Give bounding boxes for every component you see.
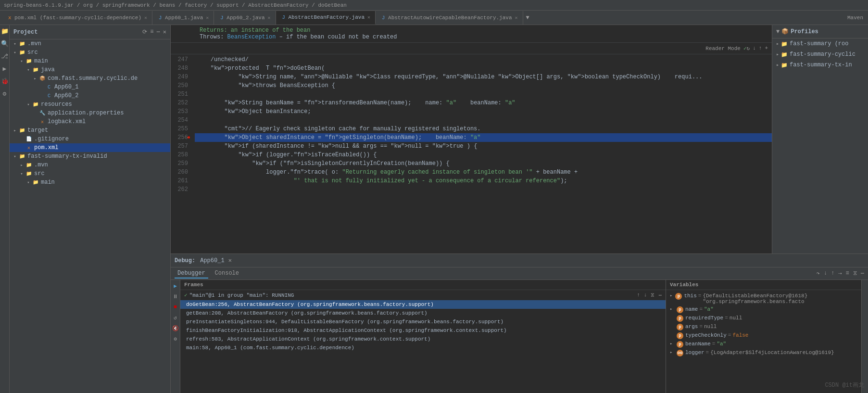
upload-icon[interactable]: ↑ (759, 45, 762, 51)
close-debug-button[interactable]: ✕ (228, 257, 232, 264)
tree-item-com.fast.summary.cyclic.de[interactable]: ▸📦com.fast.summary.cyclic.de (10, 74, 170, 83)
tree-item-pom.xml[interactable]: 𝗑pom.xml (10, 143, 170, 152)
more-icon[interactable]: ⋯ (157, 28, 160, 36)
frame-item[interactable]: main:58, App60_1 (com.fast.summary.cycli… (180, 343, 666, 352)
profile-item[interactable]: ▸📁fast-summary (roo (772, 38, 868, 49)
code-line[interactable]: "kw">String name, "ann">@Nullable "kw">C… (195, 73, 772, 81)
search-icon[interactable]: 🔍 (0, 39, 9, 48)
code-content[interactable]: /unchecked/ "kw">protected T "fn">doGetB… (195, 54, 772, 254)
code-line[interactable]: "kw">if ("fn">isSingletonCurrentlyInCrea… (195, 159, 772, 168)
mute-icon[interactable]: 🔇 (172, 324, 179, 332)
tree-item-src[interactable]: ▾📁src (10, 169, 170, 178)
frame-item[interactable]: finishBeanFactoryInitialization:918, Abs… (180, 326, 666, 335)
download-icon[interactable]: ↓ (753, 45, 756, 51)
tab-abstractbeanfactory[interactable]: JAbstractBeanFactory.java✕ (276, 11, 376, 25)
tree-item-java[interactable]: ▾📁java (10, 65, 170, 74)
tab-close-btn[interactable]: ✕ (367, 14, 370, 20)
code-line[interactable]: "kw">protected T "fn">doGetBean( (195, 64, 772, 73)
frame-item[interactable]: doGetBean:256, AbstractBeanFactory (org.… (180, 300, 666, 309)
variable-item[interactable]: ▸pname = "a" (666, 305, 861, 314)
code-line[interactable]: "kw">throws BeansException { (195, 81, 772, 90)
tree-item-target[interactable]: ▸📁target (10, 126, 170, 135)
code-line[interactable] (195, 185, 772, 194)
code-line[interactable]: "kw">String beanName = "fn">transformedB… (195, 99, 772, 107)
tree-item-.mvn[interactable]: ▸📁.mvn (10, 161, 170, 169)
tab-abstractautowire[interactable]: JAbstractAutowireCapableBeanFactory.java… (376, 11, 523, 25)
frame-item[interactable]: preInstantiateSingletons:944, DefaultLis… (180, 317, 666, 326)
resume-icon[interactable]: ▶ (172, 282, 179, 290)
tab-overflow-button[interactable]: ▼ (523, 14, 532, 21)
refresh-icon[interactable]: ↻ (747, 45, 750, 51)
frame-item[interactable]: getBean:208, AbstractBeanFactory (org.sp… (180, 309, 666, 317)
code-line[interactable]: "kw">if (sharedInstance != "kw">null && … (195, 142, 772, 151)
step-over-icon[interactable]: ↷ (817, 270, 820, 277)
tree-item-src[interactable]: ▾📁src (10, 48, 170, 57)
variable-item[interactable]: ▸oologger = {LogAdapter$Slf4jLocationAwa… (666, 349, 861, 357)
tree-item-application.properties[interactable]: 🔧application.properties (10, 109, 170, 117)
code-line[interactable]: logger."fn">trace( o: "Returning eagerly… (195, 168, 772, 177)
collapse-icon[interactable]: ≡ (150, 28, 153, 36)
git-icon[interactable]: ⎇ (0, 52, 9, 61)
profile-item[interactable]: ▸📁fast-summary-cyclic (772, 49, 868, 60)
step-into-icon[interactable]: ↓ (824, 270, 827, 277)
code-container[interactable]: 2472482492502512522532542552562572582592… (171, 54, 772, 254)
run-icon[interactable]: ▶ (0, 64, 9, 73)
tree-item-resources[interactable]: ▾📁resources (10, 100, 170, 109)
debugger-tab-console[interactable]: Console (212, 269, 242, 279)
step-out-icon[interactable]: ↑ (831, 270, 834, 277)
tab-close-btn[interactable]: ✕ (144, 15, 147, 21)
variable-item[interactable]: ▸pthis = {DefaultListableBeanFactory@161… (666, 292, 861, 305)
debug-icon[interactable]: 🐞 (0, 77, 9, 86)
variable-item[interactable]: ptypeCheckOnly = false (666, 331, 861, 340)
run-cursor-icon[interactable]: ⇢ (838, 270, 842, 277)
up-arrow-icon[interactable]: ↑ (637, 292, 640, 298)
frame-item[interactable]: refresh:583, AbstractApplicationContext … (180, 335, 666, 343)
pause-icon[interactable]: ⏸ (172, 292, 179, 300)
add-icon[interactable]: + (765, 45, 768, 51)
code-line[interactable] (195, 90, 772, 99)
code-line[interactable]: /unchecked/ (195, 55, 772, 64)
tab-close-btn[interactable]: ✕ (268, 15, 271, 21)
tab-app60_2[interactable]: JApp60_2.java✕ (214, 11, 276, 25)
var-equals: = (712, 341, 716, 347)
project-icon[interactable]: 📁 (0, 27, 9, 36)
profiles-chevron[interactable]: ▼ (776, 28, 780, 35)
tree-item-logback.xml[interactable]: 𝗑logback.xml (10, 117, 170, 126)
code-line[interactable]: "kw">Object beanInstance; (195, 107, 772, 116)
tree-item-.mvn[interactable]: ▾📁.mvn (10, 39, 170, 48)
tree-item-fast-summary-tx-invalid[interactable]: ▾📁fast-summary-tx-invalid (10, 152, 170, 161)
tree-item-App60_2[interactable]: CApp60_2 (10, 91, 170, 100)
settings-debug-icon[interactable]: ⚙ (172, 335, 179, 342)
tab-close-btn[interactable]: ✕ (515, 15, 518, 21)
more-frames-icon[interactable]: ⋯ (658, 292, 662, 298)
profile-item[interactable]: ▸📁fast-summary-tx-in (772, 60, 868, 70)
down-arrow-icon[interactable]: ↓ (644, 292, 647, 298)
tree-label: java (41, 66, 55, 73)
variable-item[interactable]: pargs = null (666, 323, 861, 331)
tree-item-.gitignore[interactable]: 📄.gitignore (10, 135, 170, 143)
settings-icon[interactable]: ⚙ (0, 89, 9, 98)
tab-pom[interactable]: 𝗑pom.xml (fast-summary-cyclic-dependence… (2, 11, 152, 25)
tree-item-main[interactable]: ▾📁main (10, 178, 170, 187)
more-debug-icon[interactable]: ⋯ (861, 270, 864, 277)
code-line[interactable]: ●→ "kw">Object sharedInstance = "fn">get… (195, 133, 772, 142)
sync-icon[interactable]: ⟳ (142, 28, 147, 36)
code-line[interactable] (195, 116, 772, 125)
stop-icon[interactable]: ■ (172, 303, 179, 311)
filter-icon[interactable]: ⧖ (853, 270, 857, 277)
restart-icon[interactable]: ↺ (172, 314, 179, 321)
tree-item-App60_1[interactable]: CApp60_1 (10, 83, 170, 91)
evaluate-icon[interactable]: ≡ (846, 270, 849, 277)
tab-app60_1[interactable]: JApp60_1.java✕ (152, 11, 214, 25)
thread-item[interactable]: ✓ "main"@1 in group "main": RUNNING ↑ ↓ … (180, 290, 666, 300)
close-panel-icon[interactable]: ✕ (163, 28, 166, 36)
code-line[interactable]: "kw">if (logger."fn">isTraceEnabled()) { (195, 151, 772, 159)
filter-frames-icon[interactable]: ⧖ (651, 292, 654, 298)
debugger-tab-debugger[interactable]: Debugger (175, 269, 208, 279)
variable-item[interactable]: prequiredType = null (666, 314, 861, 323)
code-line[interactable]: "cmt">// Eagerly check singleton cache f… (195, 125, 772, 133)
tree-item-main[interactable]: ▾📁main (10, 57, 170, 65)
tab-close-btn[interactable]: ✕ (206, 15, 209, 21)
variable-item[interactable]: ▸pbeanName = "a" (666, 340, 861, 349)
code-line[interactable]: "' that is not fully initialized yet - a… (195, 177, 772, 185)
